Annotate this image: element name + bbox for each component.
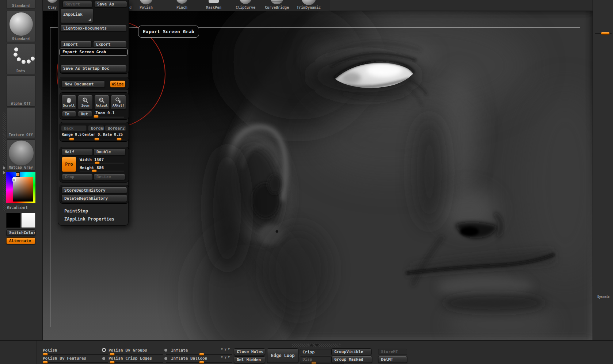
edge-loop-button[interactable]: Edge Loop bbox=[267, 348, 298, 363]
stroke-selector-dots[interactable]: Dots bbox=[6, 44, 35, 74]
close-holes-button[interactable]: Close Holes bbox=[234, 348, 265, 355]
collapse-up-icon[interactable] bbox=[309, 344, 313, 346]
width-slider-handle[interactable] bbox=[95, 161, 100, 164]
polish-by-groups-radio[interactable] bbox=[102, 348, 106, 352]
doc-actual-button[interactable]: x1 Actual bbox=[94, 95, 109, 110]
color-picker-sv-square[interactable] bbox=[13, 177, 33, 202]
polish-crisp-edges-slider-handle[interactable] bbox=[110, 361, 115, 364]
tooltip-text: Export Screen Grab bbox=[143, 29, 194, 34]
inflate-slider-handle[interactable] bbox=[199, 353, 204, 356]
spix-slider-handle[interactable] bbox=[601, 32, 610, 35]
inflate-balloon-radio[interactable] bbox=[164, 357, 167, 360]
polish-by-features-slider-handle[interactable] bbox=[43, 361, 48, 364]
zoom-in-button[interactable]: In bbox=[62, 111, 76, 117]
paintstop-item[interactable]: PaintStop bbox=[64, 208, 88, 214]
inflate-axes-toggle[interactable]: x y z bbox=[221, 348, 230, 351]
bottom-toolbar: Polish Polish By Groups Inflate x y z Cl… bbox=[0, 340, 613, 364]
tray-expand-arrow-icon[interactable] bbox=[3, 171, 5, 175]
toolbar-item-curvebridge[interactable]: CurveBridge bbox=[262, 0, 292, 11]
save-as-button[interactable]: Save As bbox=[94, 1, 127, 7]
export-button[interactable]: Export bbox=[93, 41, 127, 47]
alternate-label: Alternate bbox=[9, 238, 31, 243]
doc-zoom-button[interactable]: Zoom bbox=[78, 95, 93, 110]
toolbar-item-polish[interactable]: Polish bbox=[132, 0, 161, 11]
range-slider-label: Range 0.5 bbox=[62, 133, 81, 137]
inflate-radio[interactable] bbox=[164, 349, 167, 352]
rate-slider-track[interactable] bbox=[103, 139, 125, 140]
del-mt-button[interactable]: DelMT bbox=[378, 356, 407, 363]
double-button[interactable]: Double bbox=[94, 149, 125, 156]
hue-marker[interactable] bbox=[16, 172, 20, 177]
export-screen-grab-button[interactable]: Export Screen Grab bbox=[60, 49, 127, 55]
doc-scroll-button[interactable]: Scroll bbox=[61, 95, 76, 110]
brush-selector-standard[interactable]: Standard bbox=[6, 0, 35, 9]
wsize-button[interactable]: WSize bbox=[110, 80, 125, 88]
pro-button[interactable]: Pro bbox=[62, 157, 76, 172]
height-slider-handle[interactable] bbox=[92, 169, 97, 172]
polish-by-groups-slider-handle[interactable] bbox=[110, 353, 115, 356]
zapplink-button[interactable]: ZAppLink bbox=[60, 8, 93, 23]
del-hidden-button[interactable]: Del Hidden bbox=[234, 356, 265, 363]
new-document-button[interactable]: New Document bbox=[62, 80, 105, 88]
gradient-label[interactable]: Gradient bbox=[7, 205, 28, 210]
export-label: Export bbox=[96, 42, 111, 47]
store-mt-button[interactable]: StoreMT bbox=[378, 349, 407, 355]
dot-icon bbox=[14, 53, 18, 57]
height-slider-track[interactable] bbox=[80, 170, 124, 172]
toolbar-item-pinch[interactable]: Pinch bbox=[167, 0, 197, 11]
polish-by-features-slider-track[interactable] bbox=[43, 362, 108, 363]
crop-button[interactable]: Crop bbox=[62, 174, 93, 180]
save-as-startup-doc-button[interactable]: Save As Startup Doc bbox=[60, 65, 127, 72]
secondary-color-swatch[interactable] bbox=[21, 213, 35, 228]
border-button[interactable]: Border bbox=[88, 125, 104, 131]
toolbar-item-maskpen[interactable]: MaskPen bbox=[199, 0, 228, 11]
group-visible-label: GroupVisible bbox=[334, 349, 363, 354]
group-visible-button[interactable]: GroupVisible bbox=[331, 348, 372, 355]
toolbar-item-trimdynamic[interactable]: TrimDynamic bbox=[294, 0, 323, 11]
polish-crisp-edges-label[interactable]: Polish Crisp Edges bbox=[108, 356, 152, 361]
revert-button[interactable]: Revert bbox=[62, 1, 92, 7]
disp-slider-handle[interactable] bbox=[311, 361, 316, 364]
crisp-button[interactable]: Crisp bbox=[300, 349, 332, 355]
collapse-down-icon[interactable] bbox=[315, 344, 319, 347]
polish-slider-handle[interactable] bbox=[43, 353, 48, 356]
center-slider-handle[interactable] bbox=[94, 138, 99, 141]
inflate-balloon-axes-toggle[interactable]: x y z bbox=[221, 356, 230, 359]
material-selector[interactable]: MatCap Gray bbox=[6, 139, 35, 170]
delete-depth-history-button[interactable]: DeleteDepthHistory bbox=[61, 195, 127, 202]
polish-by-groups-slider-track[interactable] bbox=[110, 354, 163, 355]
alternate-button[interactable]: Alternate bbox=[6, 237, 35, 244]
polish-slider-track[interactable] bbox=[43, 354, 108, 355]
import-button[interactable]: Import bbox=[60, 41, 92, 47]
resize-button[interactable]: Resize bbox=[94, 174, 125, 180]
border2-button[interactable]: Border2 bbox=[105, 125, 126, 131]
texture-selector[interactable]: Texture Off bbox=[6, 108, 35, 138]
zoom-out-label: Out bbox=[81, 112, 88, 116]
sv-marker[interactable] bbox=[12, 178, 16, 181]
color-picker[interactable] bbox=[6, 172, 35, 203]
stroke-selector-standard[interactable]: Standard bbox=[6, 11, 35, 42]
doc-aahalf-button[interactable]: AAHalf bbox=[111, 95, 126, 110]
zoom-slider-handle[interactable] bbox=[94, 115, 99, 118]
back-button[interactable]: Back bbox=[61, 125, 87, 131]
rate-slider-handle[interactable] bbox=[117, 138, 122, 141]
store-depth-history-button[interactable]: StoreDepthHistory bbox=[61, 187, 127, 194]
range-slider-handle[interactable] bbox=[69, 138, 74, 141]
zoom-out-button[interactable]: Out bbox=[78, 111, 92, 117]
tray-expand-arrow-icon[interactable] bbox=[3, 166, 5, 170]
group-masked-button[interactable]: Group Masked bbox=[331, 356, 372, 363]
tray-resize-handle[interactable] bbox=[3, 112, 6, 211]
toolbar-item-clipcurve[interactable]: ClipCurve bbox=[231, 0, 260, 11]
main-color-swatch[interactable] bbox=[6, 213, 20, 228]
inflate-balloon-slider-handle[interactable] bbox=[199, 361, 204, 364]
alpha-selector[interactable]: Alpha Off bbox=[6, 76, 35, 107]
polish-crisp-edges-slider-track[interactable] bbox=[110, 362, 163, 363]
half-button[interactable]: Half bbox=[62, 149, 93, 156]
polish-by-groups-label[interactable]: Polish By Groups bbox=[108, 348, 147, 353]
zapplink-properties-item[interactable]: ZAppLink Properties bbox=[64, 217, 114, 222]
dynamic-label[interactable]: Dynamic bbox=[595, 295, 612, 299]
polish-crisp-edges-radio[interactable] bbox=[102, 357, 105, 360]
width-slider-track[interactable] bbox=[80, 162, 124, 164]
switchcolor-button[interactable]: SwitchColor bbox=[6, 229, 35, 236]
lightbox-documents-button[interactable]: Lightbox▸Documents bbox=[60, 25, 127, 31]
